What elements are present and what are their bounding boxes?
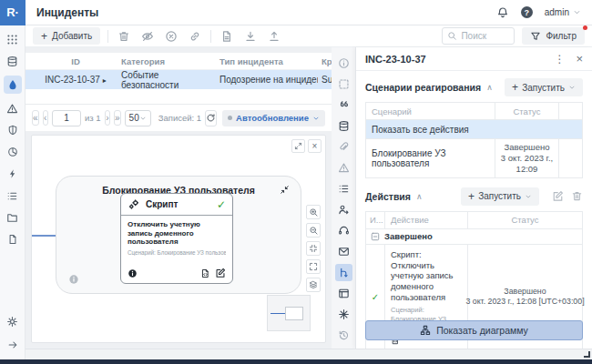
layers-icon[interactable] [306,278,321,292]
diagram-fullscreen-icon[interactable] [291,139,305,153]
cancel-circle-icon[interactable] [163,28,179,45]
link-icon[interactable] [187,28,203,45]
tasks-list-icon[interactable] [4,188,22,203]
search-input[interactable] [461,31,509,41]
tab-response-scenarios-icon[interactable] [335,264,352,281]
add-incident-button[interactable]: + Добавить [33,27,100,45]
hide-eye-off-icon[interactable] [139,28,156,45]
actual-size-icon[interactable] [306,259,321,274]
tab-window-icon[interactable] [335,285,352,302]
column-header-status[interactable]: Статус [495,103,558,119]
edit-action-icon[interactable] [552,190,564,202]
collapse-group-minus-icon[interactable] [371,232,380,241]
scenario-row[interactable]: Блокирование УЗ пользователя Завершено 3… [366,138,582,177]
incident-category-cell: Событие безопасности [117,70,216,90]
assets-database-icon[interactable] [4,54,22,68]
chevron-down-icon [573,8,581,16]
automation-bolt-icon[interactable] [4,167,22,181]
show-diagram-button[interactable]: Показать диаграмму [365,320,583,340]
tab-attachments-icon[interactable] [335,138,352,156]
expand-caret-icon[interactable]: ▸ [103,76,107,85]
search-input-wrap [442,27,515,45]
pagination-bar: « ‹ из 1 › » 50 Записей: 1 Автообновлени… [26,104,332,131]
collapse-group-icon[interactable] [280,185,290,195]
report-doc-icon[interactable] [219,28,235,45]
edit-pencil-icon[interactable] [215,268,226,278]
tab-comments-icon[interactable] [335,96,352,114]
user-menu[interactable]: admin [545,7,581,17]
tab-history-icon[interactable] [335,327,352,344]
tab-data-icon[interactable] [335,117,352,135]
sidebar-expand-arrow-icon[interactable] [4,338,22,352]
group-info-icon[interactable] [68,274,79,285]
help-icon[interactable]: ? [521,6,533,18]
incident-detail-tabs [332,47,355,349]
tab-info-icon[interactable] [335,55,352,72]
fit-screen-icon[interactable] [306,241,321,256]
tab-assignee-icon[interactable] [335,201,352,218]
folder-icon[interactable] [4,210,22,225]
refresh-button[interactable] [205,110,217,126]
filter-button[interactable]: Фильтр [522,27,585,45]
column-header-id[interactable]: ID [34,56,117,66]
scenario-diagram-canvas[interactable]: × Блокирование УЗ пользователя Скрипт ✓ … [31,135,326,343]
chevron-down-icon [525,193,532,200]
run-action-button[interactable]: + Запустить [461,187,539,206]
resize-handle[interactable] [584,351,590,358]
column-header-action-status[interactable]: Статус [467,212,582,228]
show-all-actions-row[interactable]: Показать все действия [366,120,582,138]
action-type-label: Скрипт [146,199,178,209]
status-group-row[interactable]: Завершено [366,229,582,245]
tab-tasks-icon[interactable] [335,180,352,197]
add-button-label: Добавить [52,31,92,41]
first-page-button[interactable]: « [32,110,39,126]
column-header-category[interactable]: Категория [117,56,216,66]
export-download-icon[interactable] [242,28,259,45]
reports-pie-icon[interactable] [4,145,22,159]
column-header-summary[interactable]: Крат... [318,56,332,66]
incident-table-row-selected[interactable]: INC-23-10-37▸ Событие безопасности Подоз… [26,70,332,89]
script-file-icon[interactable] [200,268,210,278]
prev-page-button[interactable]: ‹ [43,110,48,126]
settings-gear-icon[interactable] [4,314,22,329]
delete-icon[interactable] [116,28,132,45]
zoom-in-icon[interactable] [306,205,321,219]
tab-selection-frame-icon[interactable] [335,76,352,93]
run-scenario-button[interactable]: + Запустить [505,78,583,96]
close-panel-icon[interactable]: × [576,52,583,66]
scenario-group-node[interactable]: Блокирование УЗ пользователя Скрипт ✓ От… [56,176,301,294]
apps-grid-icon[interactable] [4,32,22,46]
action-node-card[interactable]: Скрипт ✓ Отключить учетную запись доменн… [120,193,233,284]
action-status-cell: Завершено 3 окт. 2023 г., 12:08 [UTC+03:… [465,287,584,308]
page-number-input[interactable] [52,110,81,126]
next-page-button[interactable]: › [105,110,110,126]
app-logo[interactable]: R· [0,0,26,25]
actions-table: И... Действие Статус Завершено ✓ Скрипт:… [365,211,583,364]
kebab-menu-icon[interactable]: ⋮ [554,53,565,66]
autorefresh-toggle[interactable]: Автообновление [222,110,325,126]
collapse-section-icon[interactable]: ∧ [486,83,493,92]
tab-integrations-icon[interactable] [335,306,352,323]
column-header-scenario[interactable]: Сценарий [366,106,495,116]
last-page-button[interactable]: » [114,110,121,126]
column-header-action[interactable]: Действие [384,212,467,228]
zoom-out-icon[interactable] [306,223,321,238]
tab-mail-icon[interactable] [335,243,352,260]
sidebar-item-incidents-drop-icon[interactable] [4,76,22,94]
page-size-select[interactable]: 50 [125,110,151,126]
delete-action-icon[interactable] [571,190,583,202]
column-header-type[interactable]: Тип инцидента [216,56,318,66]
import-upload-icon[interactable] [266,28,282,45]
notifications-bell-icon[interactable] [496,6,509,19]
diagram-minimap[interactable] [267,295,311,331]
documents-file-icon[interactable] [4,232,22,247]
diagram-close-icon[interactable]: × [308,139,322,153]
collapse-section-icon[interactable]: ∧ [416,192,423,201]
tab-alerts-icon[interactable] [335,159,352,177]
tab-support-icon[interactable] [335,222,352,239]
column-header-executor[interactable]: И... [366,215,384,225]
node-info-icon[interactable] [128,268,138,278]
shield-icon[interactable] [4,123,22,137]
action-title: Скрипт: Отключить учетную запись доменно… [391,249,464,303]
alerts-warning-icon[interactable] [4,101,22,116]
